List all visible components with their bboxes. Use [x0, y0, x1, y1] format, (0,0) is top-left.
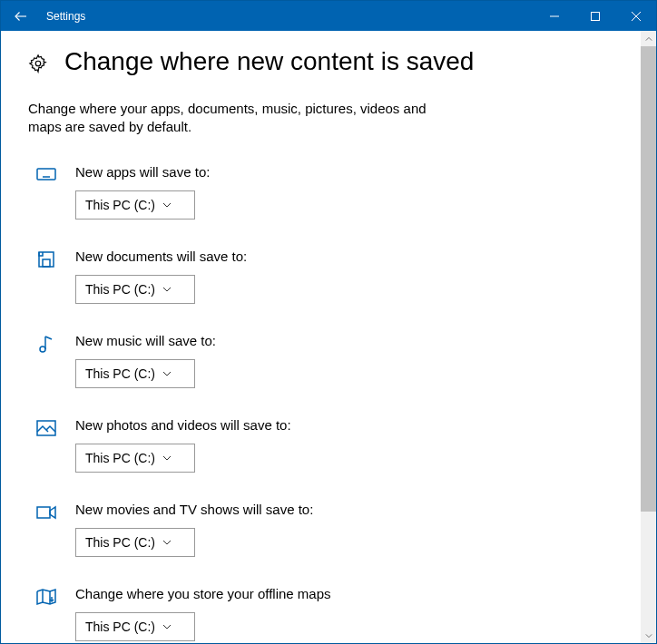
scrollbar-thumb[interactable] — [641, 46, 656, 512]
page-header: Change where new content is saved — [28, 47, 629, 76]
page-title: Change where new content is saved — [64, 47, 474, 76]
music-icon — [35, 333, 57, 355]
window-controls — [534, 1, 656, 31]
setting-photos-dropdown[interactable]: This PC (C:) — [75, 444, 195, 473]
setting-apps-value: This PC (C:) — [85, 198, 155, 212]
svg-point-19 — [40, 346, 45, 352]
svg-point-5 — [35, 61, 41, 66]
close-button[interactable] — [615, 1, 656, 31]
maps-icon — [35, 586, 57, 608]
setting-apps: New apps will save to: This PC (C:) — [35, 164, 629, 220]
svg-marker-24 — [50, 507, 55, 518]
svg-rect-18 — [43, 259, 50, 267]
setting-movies-label: New movies and TV shows will save to: — [75, 502, 629, 517]
chevron-down-icon — [162, 538, 172, 547]
back-button[interactable] — [1, 1, 41, 31]
setting-apps-label: New apps will save to: — [75, 164, 629, 180]
setting-movies-dropdown[interactable]: This PC (C:) — [75, 528, 195, 557]
setting-apps-dropdown[interactable]: This PC (C:) — [75, 190, 195, 220]
gear-icon — [28, 54, 48, 73]
setting-photos-label: New photos and videos will save to: — [75, 417, 629, 433]
movies-icon — [35, 502, 57, 523]
setting-music-label: New music will save to: — [75, 333, 629, 348]
vertical-scrollbar[interactable] — [641, 31, 656, 643]
setting-documents: New documents will save to: This PC (C:) — [35, 249, 629, 304]
scroll-up-button[interactable] — [641, 31, 656, 46]
setting-documents-value: This PC (C:) — [85, 282, 155, 297]
maximize-button[interactable] — [574, 1, 615, 31]
setting-music: New music will save to: This PC (C:) — [35, 333, 629, 388]
scroll-down-button[interactable] — [641, 628, 656, 643]
minimize-icon — [550, 12, 559, 21]
svg-line-21 — [45, 337, 52, 339]
svg-rect-6 — [37, 169, 55, 180]
chevron-down-icon — [162, 369, 172, 378]
photos-icon — [35, 417, 57, 439]
content-area: Change where new content is saved Change… — [1, 31, 656, 643]
chevron-down-icon — [162, 285, 172, 294]
window-title: Settings — [41, 10, 534, 23]
setting-music-value: This PC (C:) — [85, 366, 155, 381]
setting-maps: Change where you store your offline maps… — [35, 586, 629, 641]
chevron-down-icon — [162, 622, 172, 631]
setting-photos-value: This PC (C:) — [85, 451, 155, 465]
maximize-icon — [591, 12, 600, 21]
documents-icon — [35, 249, 57, 270]
close-icon — [632, 12, 641, 21]
setting-maps-value: This PC (C:) — [85, 620, 155, 634]
setting-documents-label: New documents will save to: — [75, 249, 629, 264]
titlebar: Settings — [1, 1, 656, 31]
setting-movies: New movies and TV shows will save to: Th… — [35, 502, 629, 557]
settings-window: Settings Change where new content is sav… — [0, 0, 657, 644]
setting-movies-value: This PC (C:) — [85, 535, 155, 550]
setting-music-dropdown[interactable]: This PC (C:) — [75, 359, 195, 388]
setting-maps-dropdown[interactable]: This PC (C:) — [75, 612, 195, 641]
svg-rect-2 — [591, 12, 599, 20]
chevron-down-icon — [162, 200, 172, 210]
page-description: Change where your apps, documents, music… — [28, 100, 446, 137]
chevron-down-icon — [162, 454, 172, 463]
arrow-left-icon — [13, 8, 29, 24]
scrollbar-track[interactable] — [641, 46, 656, 628]
setting-maps-label: Change where you store your offline maps — [75, 586, 629, 601]
svg-rect-23 — [37, 507, 50, 518]
setting-photos: New photos and videos will save to: This… — [35, 417, 629, 473]
chevron-down-icon — [645, 632, 652, 639]
apps-icon — [35, 164, 57, 186]
chevron-up-icon — [645, 35, 652, 43]
minimize-button[interactable] — [534, 1, 574, 31]
setting-documents-dropdown[interactable]: This PC (C:) — [75, 275, 195, 304]
